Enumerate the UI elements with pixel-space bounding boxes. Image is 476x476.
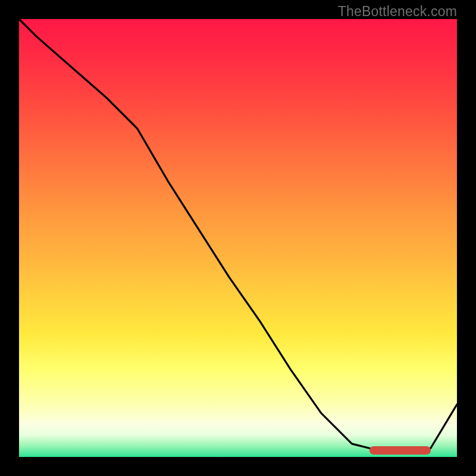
chart-frame: TheBottleneck.com bbox=[0, 0, 476, 476]
optimal-range-marker bbox=[369, 446, 431, 455]
watermark-text: TheBottleneck.com bbox=[338, 4, 457, 20]
chart-line-path bbox=[19, 19, 457, 453]
chart-line-svg bbox=[19, 19, 457, 457]
chart-plot-area bbox=[19, 19, 457, 457]
